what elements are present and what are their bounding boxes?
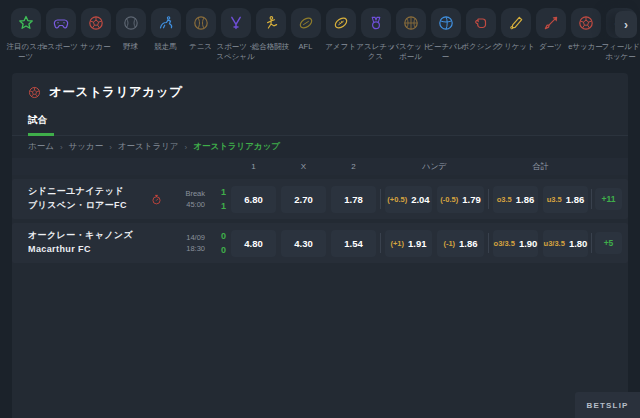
odds-button-x[interactable]: 2.70	[281, 186, 326, 213]
match-time-line1: Break	[167, 188, 205, 199]
total-under-button[interactable]: u3/3.5 1.80	[543, 230, 588, 257]
nav-item[interactable]: テニス	[185, 8, 216, 81]
col-header-handicap: ハンデ	[385, 161, 484, 172]
col-header-total: 合計	[493, 161, 588, 172]
match-time: Break 45:00	[167, 188, 205, 211]
handicap-line: (+0.5)	[387, 195, 407, 204]
odds-button-1[interactable]: 6.80	[231, 186, 276, 213]
odds-value: 1.90	[519, 238, 538, 249]
odds-value: 1.78	[344, 194, 363, 205]
total-line: o3.5	[497, 195, 512, 204]
nav-item-tile	[361, 8, 391, 38]
more-markets-button[interactable]: +11	[595, 188, 622, 210]
group-divider	[488, 189, 489, 209]
home-score: 0	[205, 229, 226, 243]
home-score: 1	[205, 185, 226, 199]
match-row: オークレー・キャノンズ Macarthur FC 14/09 18:30 0 0…	[12, 223, 628, 263]
handicap-away-button[interactable]: (-0.5) 1.79	[437, 186, 484, 213]
odds-button-2[interactable]: 1.54	[331, 230, 376, 257]
handicap-line: (+1)	[390, 239, 404, 248]
match-teams[interactable]: オークレー・キャノンズ Macarthur FC	[28, 229, 151, 257]
match-time-line2: 45:00	[167, 199, 205, 210]
group-divider	[380, 189, 381, 209]
odds-value: 1.54	[344, 238, 363, 249]
group-divider	[591, 233, 592, 253]
breadcrumb-australia[interactable]: オーストラリア	[118, 141, 179, 153]
odds-button-2[interactable]: 1.78	[331, 186, 376, 213]
nav-item-tile	[396, 8, 426, 38]
nav-item[interactable]: クリケット	[500, 8, 531, 81]
odds-button-x[interactable]: 4.30	[281, 230, 326, 257]
nav-item[interactable]: 総合格闘技	[255, 8, 286, 81]
nav-item[interactable]: サッカー	[80, 8, 111, 81]
nav-item[interactable]: ダーツ	[535, 8, 566, 81]
competition-card: オーストラリアカップ 試合 ホーム › サッカー › オーストラリア › オース…	[12, 73, 628, 418]
basketball-icon	[403, 15, 419, 31]
controller-icon	[53, 15, 69, 31]
total-over-button[interactable]: o3/3.5 1.90	[493, 230, 538, 257]
nav-item-tile	[11, 8, 41, 38]
breadcrumb-separator: ›	[109, 143, 112, 152]
nav-item[interactable]: eサッカー	[570, 8, 601, 81]
nav-item[interactable]: アメフト	[325, 8, 356, 81]
nav-item-tile	[256, 8, 286, 38]
nav-item-tile	[536, 8, 566, 38]
total-line: u3/3.5	[544, 239, 565, 248]
odds-value: 1.86	[566, 194, 585, 205]
odds-table-header: 1 X 2 ハンデ 合計	[12, 158, 628, 175]
tab-matches[interactable]: 試合	[28, 114, 54, 136]
total-over-button[interactable]: o3.5 1.86	[493, 186, 538, 213]
odds-value: 1.80	[569, 238, 588, 249]
odds-value: 6.80	[244, 194, 263, 205]
more-markets-button[interactable]: +5	[595, 232, 622, 254]
col-header-1: 1	[231, 162, 276, 171]
handicap-home-button[interactable]: (+0.5) 2.04	[385, 186, 432, 213]
nav-item[interactable]: eスポーツ	[45, 8, 76, 81]
fighter-icon	[263, 15, 279, 31]
match-time-line2: 18:30	[167, 243, 205, 254]
stopwatch-icon	[151, 194, 162, 205]
match-teams[interactable]: シドニーユナイテッド ブリスベン・ロアーFC	[28, 185, 151, 213]
handicap-away-button[interactable]: (-1) 1.86	[437, 230, 484, 257]
nav-item[interactable]: AFL	[290, 8, 321, 81]
group-divider	[380, 233, 381, 253]
handicap-line: (-1)	[443, 239, 455, 248]
total-under-button[interactable]: u3.5 1.86	[543, 186, 588, 213]
home-team-name: オークレー・キャノンズ	[28, 229, 151, 243]
nav-item[interactable]: ビーチバレー	[430, 8, 461, 81]
nav-item-tile	[46, 8, 76, 38]
group-divider	[591, 189, 592, 209]
match-row: シドニーユナイテッド ブリスベン・ロアーFC Break 45:00 1 1 6…	[12, 179, 628, 219]
dart-icon	[543, 15, 559, 31]
nav-item[interactable]: バスケットボール	[395, 8, 426, 81]
nav-item-tile	[466, 8, 496, 38]
handicap-line: (-0.5)	[440, 195, 458, 204]
nav-item[interactable]: 競走馬	[150, 8, 181, 81]
nav-scroll-right-button[interactable]: ›	[615, 11, 637, 38]
betslip-button[interactable]: BETSLIP	[575, 392, 640, 418]
volleyball-icon	[438, 15, 454, 31]
nav-item[interactable]: アスレチックス	[360, 8, 391, 81]
breadcrumb-home[interactable]: ホーム	[28, 141, 54, 153]
nav-item-tile	[151, 8, 181, 38]
cricket-bat-icon	[508, 15, 524, 31]
nav-item-tile	[431, 8, 461, 38]
nav-item[interactable]: スポーツ・スペシャル	[220, 8, 251, 81]
breadcrumb-current: オーストラリアカップ	[193, 141, 280, 153]
away-score: 0	[205, 243, 226, 257]
odds-value: 1.86	[459, 238, 478, 249]
page-title: オーストラリアカップ	[49, 84, 183, 101]
medal-icon	[368, 15, 384, 31]
nav-item[interactable]: 野球	[115, 8, 146, 81]
handicap-home-button[interactable]: (+1) 1.91	[385, 230, 432, 257]
match-time: 14/09 18:30	[167, 232, 205, 255]
home-team-name: シドニーユナイテッド	[28, 185, 151, 199]
tennis-ball-icon	[193, 15, 209, 31]
sports-nav: 注目のスポーツ eスポーツ サッカー 野球 競走馬	[0, 0, 640, 81]
odds-value: 1.86	[516, 194, 535, 205]
odds-button-1[interactable]: 4.80	[231, 230, 276, 257]
nav-item[interactable]: ボクシング	[465, 8, 496, 81]
breadcrumb-soccer[interactable]: サッカー	[69, 141, 104, 153]
nav-item-tile	[326, 8, 356, 38]
nav-item[interactable]: 注目のスポーツ	[10, 8, 41, 81]
